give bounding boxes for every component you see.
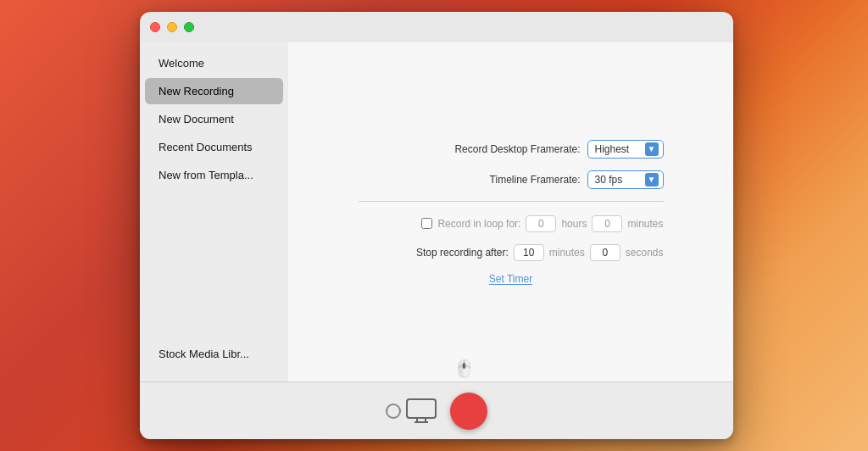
stop-seconds-input[interactable]: [590, 244, 620, 261]
loop-minutes-input[interactable]: [592, 215, 622, 232]
stop-recording-label: Stop recording after:: [416, 247, 509, 259]
sidebar-item-new-document[interactable]: New Document: [145, 106, 283, 132]
screen-capture-button[interactable]: [406, 398, 437, 424]
maximize-button[interactable]: [184, 22, 194, 32]
framerate-select-wrapper: Highest High Medium Low ▼: [587, 140, 664, 159]
sidebar-spacer: [140, 189, 288, 340]
hours-label: hours: [561, 218, 587, 230]
screen-icon: [406, 398, 437, 424]
bottom-toolbar: 🖱️: [140, 381, 733, 439]
divider: [359, 201, 664, 202]
sidebar-item-welcome[interactable]: Welcome: [145, 50, 283, 76]
record-button[interactable]: [450, 393, 487, 430]
sidebar-item-new-recording[interactable]: New Recording: [145, 78, 283, 104]
loop-checkbox[interactable]: [421, 218, 432, 229]
timeline-framerate-row: Timeline Framerate: 30 fps 60 fps 24 fps…: [359, 170, 664, 189]
set-timer-button[interactable]: Set Timer: [489, 273, 532, 285]
timeline-framerate-select[interactable]: 30 fps 60 fps 24 fps 25 fps: [587, 170, 664, 189]
titlebar: [140, 12, 733, 42]
close-button[interactable]: [150, 22, 160, 32]
loop-row: Record in loop for: hours minutes: [359, 215, 664, 232]
record-desktop-framerate-label: Record Desktop Framerate:: [454, 143, 580, 155]
stop-minutes-input[interactable]: [514, 244, 544, 261]
form-area: Record Desktop Framerate: Highest High M…: [359, 140, 664, 285]
stop-minutes-unit-label: minutes: [549, 247, 585, 259]
svg-rect-0: [407, 399, 436, 418]
main-content: Record Desktop Framerate: Highest High M…: [288, 42, 733, 381]
sidebar-bottom: Stock Media Libr...: [140, 340, 288, 375]
toolbar-icons: [386, 398, 437, 424]
framerate-row: Record Desktop Framerate: Highest High M…: [359, 140, 664, 159]
timeline-framerate-label: Timeline Framerate:: [490, 174, 581, 186]
sidebar-item-new-from-template[interactable]: New from Templa...: [145, 162, 283, 188]
traffic-lights: [150, 22, 194, 32]
sidebar: Welcome New Recording New Document Recen…: [140, 42, 288, 381]
timeline-framerate-select-wrapper: 30 fps 60 fps 24 fps 25 fps ▼: [587, 170, 664, 189]
stop-seconds-unit-label: seconds: [626, 247, 664, 259]
stop-row: Stop recording after: minutes seconds: [359, 244, 664, 261]
minutes-label: minutes: [627, 218, 663, 230]
small-circle-icon: [386, 404, 401, 419]
sidebar-item-recent-documents[interactable]: Recent Documents: [145, 134, 283, 160]
app-window: Welcome New Recording New Document Recen…: [140, 12, 733, 439]
record-desktop-framerate-select[interactable]: Highest High Medium Low: [587, 140, 664, 159]
loop-label: Record in loop for:: [437, 218, 520, 230]
minimize-button[interactable]: [167, 22, 177, 32]
window-body: Welcome New Recording New Document Recen…: [140, 42, 733, 381]
sidebar-item-stock-media[interactable]: Stock Media Libr...: [145, 341, 283, 367]
loop-hours-input[interactable]: [526, 215, 556, 232]
